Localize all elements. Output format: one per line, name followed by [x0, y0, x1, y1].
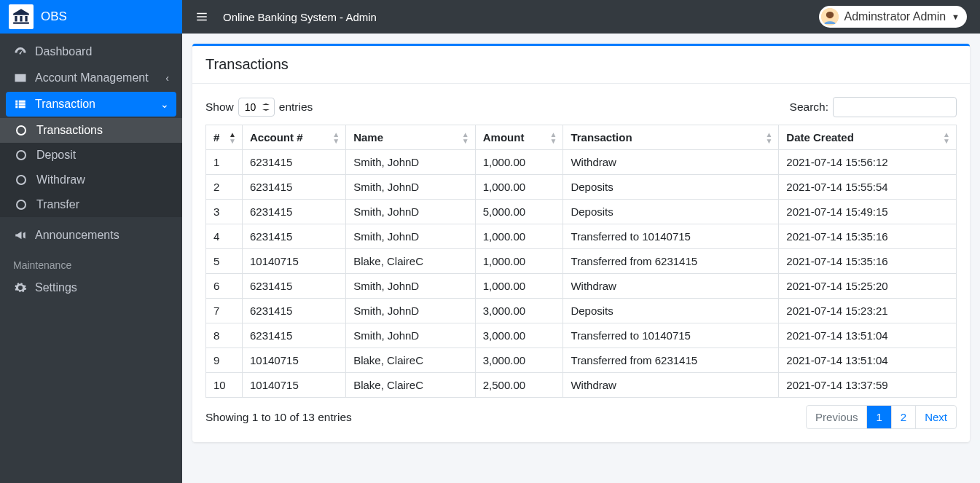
- table-header-row: #▲▼Account #▲▼Name▲▼Amount▲▼Transaction▲…: [206, 125, 957, 150]
- sort-icon: ▲▼: [765, 131, 772, 144]
- search-input[interactable]: [833, 97, 957, 117]
- id-card-icon: [13, 71, 28, 85]
- table-row: 46231415Smith, JohnD1,000.00Transferred …: [206, 224, 957, 249]
- sidebar-item-transaction[interactable]: Transaction ⌄: [6, 92, 176, 117]
- user-menu[interactable]: Adminstrator Admin ▼: [819, 6, 968, 28]
- cell-transaction: Withdraw: [563, 150, 779, 175]
- cell-name: Smith, JohnD: [346, 200, 476, 224]
- cell-account: 6231415: [243, 323, 346, 348]
- sidebar-item-settings[interactable]: Settings: [6, 275, 176, 300]
- column-header[interactable]: #▲▼: [206, 125, 243, 150]
- cell-name: Blake, ClaireC: [346, 249, 476, 274]
- column-header[interactable]: Transaction▲▼: [563, 125, 779, 150]
- page-number-button[interactable]: 1: [867, 406, 891, 428]
- cell-date: 2021-07-14 15:55:54: [779, 175, 957, 200]
- tachometer-icon: [13, 45, 28, 58]
- cell-amount: 2,500.00: [475, 373, 563, 398]
- cell-account: 6231415: [243, 150, 346, 175]
- cell-name: Smith, JohnD: [346, 299, 476, 323]
- cell-date: 2021-07-14 15:25:20: [779, 274, 957, 299]
- cell-account: 10140715: [243, 249, 346, 274]
- main: Online Banking System - Admin Adminstrat…: [182, 0, 980, 483]
- sidebar-item-label: Dashboard: [35, 45, 92, 58]
- cell-transaction: Deposits: [563, 200, 779, 224]
- datatable-length: Show 10 entries: [205, 98, 313, 117]
- sidebar-sub-deposit[interactable]: Deposit: [0, 143, 182, 168]
- nav: Dashboard Account Management ‹ Transacti…: [0, 34, 182, 118]
- cell-date: 2021-07-14 13:37:59: [779, 373, 957, 398]
- cell-account: 10140715: [243, 348, 346, 373]
- cell-date: 2021-07-14 13:51:04: [779, 348, 957, 373]
- pagination: Previous12Next: [806, 405, 957, 429]
- sort-icon: ▲▼: [550, 131, 557, 144]
- cell-account: 6231415: [243, 299, 346, 323]
- sort-icon: ▲▼: [462, 131, 469, 144]
- sidebar-item-account-management[interactable]: Account Management ‹: [6, 66, 176, 90]
- page-number-button[interactable]: 2: [892, 406, 916, 428]
- cell-transaction: Transferred to 10140715: [563, 323, 779, 348]
- page-size-select[interactable]: 10: [238, 98, 275, 117]
- nav-header-maintenance: Maintenance: [6, 249, 176, 275]
- cell-account: 6231415: [243, 274, 346, 299]
- cell-account: 6231415: [243, 200, 346, 224]
- column-header[interactable]: Name▲▼: [346, 125, 476, 150]
- cell-amount: 3,000.00: [475, 348, 563, 373]
- search-label: Search:: [790, 101, 828, 114]
- cell-date: 2021-07-14 15:49:15: [779, 200, 957, 224]
- column-header[interactable]: Date Created▲▼: [779, 125, 957, 150]
- table-row: 66231415Smith, JohnD1,000.00Withdraw2021…: [206, 274, 957, 299]
- cell-index: 5: [206, 249, 243, 274]
- cell-account: 6231415: [243, 175, 346, 200]
- card-title: Transactions: [192, 46, 970, 84]
- topbar: Online Banking System - Admin Adminstrat…: [182, 0, 980, 34]
- cell-amount: 5,000.00: [475, 200, 563, 224]
- column-header[interactable]: Account #▲▼: [243, 125, 346, 150]
- transactions-card: Transactions Show 10 entries Search:: [192, 44, 970, 442]
- table-row: 510140715Blake, ClaireC1,000.00Transferr…: [206, 249, 957, 274]
- next-page-button[interactable]: Next: [916, 406, 956, 428]
- chevron-left-icon: ‹: [165, 72, 169, 84]
- menu-toggle-button[interactable]: [195, 10, 208, 23]
- datatable-search: Search:: [790, 97, 957, 117]
- prev-page-button[interactable]: Previous: [807, 406, 867, 428]
- sidebar-sub-label: Withdraw: [36, 173, 85, 186]
- table-body: 16231415Smith, JohnD1,000.00Withdraw2021…: [206, 150, 957, 398]
- cell-index: 9: [206, 348, 243, 373]
- sidebar-sub-transfer[interactable]: Transfer: [0, 192, 182, 217]
- length-entries-label: entries: [279, 101, 313, 114]
- table-row: 910140715Blake, ClaireC3,000.00Transferr…: [206, 348, 957, 373]
- table-row: 16231415Smith, JohnD1,000.00Withdraw2021…: [206, 150, 957, 175]
- cell-name: Smith, JohnD: [346, 175, 476, 200]
- sidebar-item-dashboard[interactable]: Dashboard: [6, 39, 176, 64]
- list-icon: [13, 98, 28, 111]
- cell-date: 2021-07-14 15:56:12: [779, 150, 957, 175]
- sidebar-item-announcements[interactable]: Announcements: [6, 223, 176, 248]
- column-header[interactable]: Amount▲▼: [475, 125, 563, 150]
- sidebar: OBS Dashboard Account Management ‹ Trans…: [0, 0, 182, 483]
- cogs-icon: [13, 281, 28, 294]
- cell-index: 6: [206, 274, 243, 299]
- content: Transactions Show 10 entries Search:: [182, 34, 980, 483]
- sidebar-item-label: Announcements: [35, 229, 119, 242]
- bars-icon: [195, 10, 208, 23]
- datatable-info: Showing 1 to 10 of 13 entries: [205, 411, 352, 424]
- sort-icon: ▲▼: [332, 131, 340, 144]
- sidebar-sub-transactions[interactable]: Transactions: [0, 118, 182, 143]
- sidebar-sub-withdraw[interactable]: Withdraw: [0, 168, 182, 192]
- sort-icon: ▲▼: [229, 131, 236, 144]
- table-row: 86231415Smith, JohnD3,000.00Transferred …: [206, 323, 957, 348]
- cell-name: Smith, JohnD: [346, 224, 476, 249]
- cell-name: Blake, ClaireC: [346, 373, 476, 398]
- transactions-table: #▲▼Account #▲▼Name▲▼Amount▲▼Transaction▲…: [205, 125, 957, 398]
- table-row: 36231415Smith, JohnD5,000.00Deposits2021…: [206, 200, 957, 224]
- circle-icon: [16, 175, 26, 185]
- sidebar-item-label: Transaction: [35, 98, 95, 111]
- caret-down-icon: ▼: [952, 12, 960, 21]
- brand[interactable]: OBS: [0, 0, 182, 34]
- sidebar-item-label: Settings: [35, 281, 77, 294]
- datatable-top: Show 10 entries Search:: [205, 97, 957, 117]
- sort-icon: ▲▼: [943, 131, 950, 144]
- sidebar-sub-label: Transfer: [36, 198, 79, 211]
- bullhorn-icon: [13, 229, 28, 242]
- nav-lower: Announcements Maintenance Settings: [0, 217, 182, 302]
